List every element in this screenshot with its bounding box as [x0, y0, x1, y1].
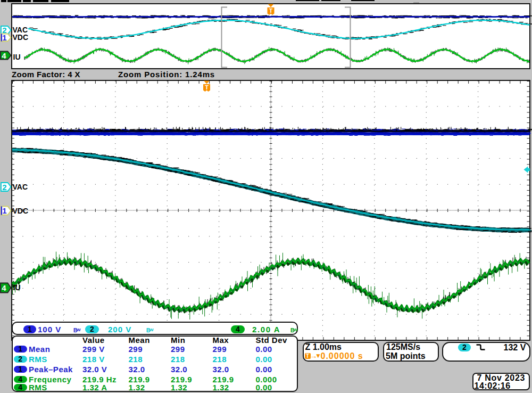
svg-text:1: 1 — [2, 33, 6, 42]
svg-text:T: T — [269, 7, 273, 14]
svg-text:4: 4 — [2, 51, 6, 60]
svg-text:T: T — [205, 84, 209, 91]
svg-text:1: 1 — [2, 206, 6, 215]
svg-text:VAC: VAC — [13, 183, 28, 191]
svg-text:IU: IU — [13, 283, 21, 292]
svg-text:VDC: VDC — [13, 207, 29, 215]
svg-text:IU: IU — [13, 53, 21, 61]
svg-text:4: 4 — [2, 283, 6, 292]
svg-text:2: 2 — [2, 183, 6, 192]
svg-text:VDC: VDC — [13, 33, 29, 42]
